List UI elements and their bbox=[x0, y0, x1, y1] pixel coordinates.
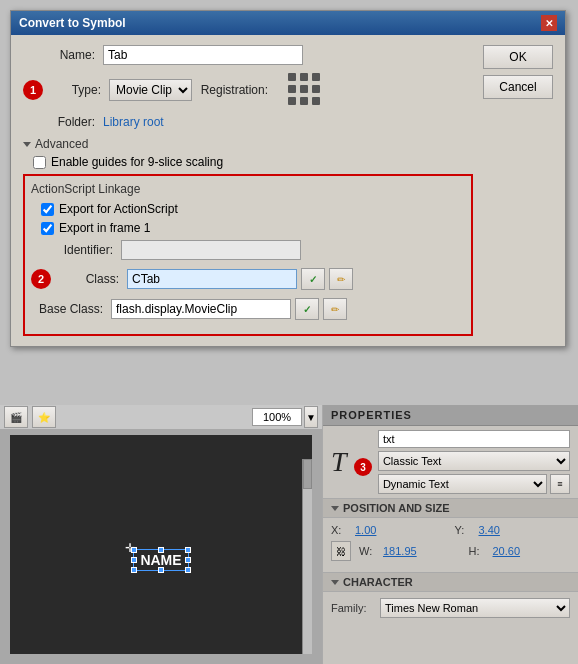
enable-guides-label: Enable guides for 9-slice scaling bbox=[51, 155, 223, 169]
base-class-edit-button[interactable]: ✏ bbox=[323, 298, 347, 320]
text-mode-extra-button[interactable]: ≡ bbox=[550, 474, 570, 494]
dialog-titlebar: Convert to Symbol ✕ bbox=[11, 11, 565, 35]
position-size-header: POSITION AND SIZE bbox=[323, 498, 578, 518]
folder-label: Folder: bbox=[23, 115, 103, 129]
text-selection-box[interactable]: NAME bbox=[133, 549, 188, 571]
scrollbar-thumb bbox=[303, 459, 312, 489]
instance-name-input[interactable] bbox=[378, 430, 570, 448]
zoom-input[interactable] bbox=[252, 408, 302, 426]
type-select[interactable]: Movie Clip Button Graphic bbox=[109, 79, 192, 101]
x-value[interactable]: 1.00 bbox=[355, 524, 376, 536]
dialog-close-button[interactable]: ✕ bbox=[541, 15, 557, 31]
x-group: X: 1.00 bbox=[331, 524, 447, 536]
stage-canvas: ✛ NAME bbox=[10, 435, 312, 654]
zoom-dropdown-button[interactable]: ▼ bbox=[304, 406, 318, 428]
type-label: Type: bbox=[49, 83, 109, 97]
dialog-buttons: OK Cancel bbox=[483, 45, 553, 336]
export-as-row: Export for ActionScript bbox=[31, 202, 465, 216]
step-badge-3: 3 bbox=[354, 458, 372, 476]
base-class-label: Base Class: bbox=[31, 302, 111, 316]
linkage-title: ActionScript Linkage bbox=[31, 182, 465, 196]
registration-grid[interactable] bbox=[288, 73, 322, 107]
star-button[interactable]: ⭐ bbox=[32, 406, 56, 428]
char-triangle-icon bbox=[331, 580, 339, 585]
family-label: Family: bbox=[331, 602, 376, 614]
step-badge-1: 1 bbox=[23, 80, 43, 100]
enable-guides-checkbox[interactable] bbox=[33, 156, 46, 169]
pencil-icon: ✏ bbox=[337, 274, 345, 285]
reg-dot bbox=[288, 73, 296, 81]
export-frame-row: Export in frame 1 bbox=[31, 221, 465, 235]
text-mode-select[interactable]: Dynamic Text Input Text Static Text bbox=[378, 474, 547, 494]
class-edit-button[interactable]: ✏ bbox=[329, 268, 353, 290]
advanced-section[interactable]: Advanced bbox=[23, 137, 473, 151]
stage-scrollbar[interactable] bbox=[302, 459, 312, 654]
type-row: 1 Type: Movie Clip Button Graphic Regist… bbox=[23, 73, 473, 107]
export-as-label: Export for ActionScript bbox=[59, 202, 178, 216]
advanced-label: Advanced bbox=[35, 137, 88, 151]
h-group: H: 20.60 bbox=[469, 545, 571, 557]
name-label: Name: bbox=[23, 48, 103, 62]
handle-bottom-right[interactable] bbox=[185, 567, 191, 573]
properties-panel: PROPERTIES T 3 Classic Text Input Text S… bbox=[322, 405, 578, 664]
instance-fields: Classic Text Input Text Static Text Dyna… bbox=[378, 430, 570, 494]
instance-row: T 3 Classic Text Input Text Static Text … bbox=[323, 426, 578, 498]
dialog-body: Name: 1 Type: Movie Clip Button Graphic … bbox=[11, 35, 565, 346]
name-row: Name: bbox=[23, 45, 473, 65]
y-label: Y: bbox=[455, 524, 475, 536]
as-linkage-section: ActionScript Linkage Export for ActionSc… bbox=[23, 174, 473, 336]
folder-link[interactable]: Library root bbox=[103, 115, 164, 129]
position-size-label: POSITION AND SIZE bbox=[343, 502, 450, 514]
reg-dot bbox=[312, 85, 320, 93]
enable-guides-row: Enable guides for 9-slice scaling bbox=[23, 155, 473, 169]
link-proportions-icon[interactable]: ⛓ bbox=[331, 541, 351, 561]
class-input[interactable] bbox=[127, 269, 297, 289]
character-header: CHARACTER bbox=[323, 572, 578, 592]
handle-top-middle[interactable] bbox=[158, 547, 164, 553]
reg-dot bbox=[288, 97, 296, 105]
dialog-title: Convert to Symbol bbox=[19, 16, 126, 30]
cancel-button[interactable]: Cancel bbox=[483, 75, 553, 99]
text-type-select[interactable]: Classic Text Input Text Static Text bbox=[378, 451, 570, 471]
reg-dot bbox=[300, 73, 308, 81]
base-class-check-button[interactable]: ✓ bbox=[295, 298, 319, 320]
folder-row: Folder: Library root bbox=[23, 115, 473, 129]
handle-bottom-left[interactable] bbox=[131, 567, 137, 573]
bottom-panel: 🎬 ⭐ ▼ ✛ NAME bbox=[0, 405, 578, 664]
handle-top-left[interactable] bbox=[131, 547, 137, 553]
handle-bottom-middle[interactable] bbox=[158, 567, 164, 573]
handle-top-right[interactable] bbox=[185, 547, 191, 553]
film-button[interactable]: 🎬 bbox=[4, 406, 28, 428]
identifier-row: Identifier: bbox=[31, 240, 465, 260]
family-select[interactable]: Times New Roman Arial Helvetica bbox=[380, 598, 570, 618]
h-value[interactable]: 20.60 bbox=[493, 545, 521, 557]
class-row: 2 Class: ✓ ✏ bbox=[31, 268, 465, 290]
t-icon-container: T 3 bbox=[331, 448, 372, 477]
base-class-input-group: ✓ ✏ bbox=[111, 298, 347, 320]
base-check-icon: ✓ bbox=[303, 304, 311, 315]
character-body: Family: Times New Roman Arial Helvetica bbox=[323, 592, 578, 624]
w-value[interactable]: 181.95 bbox=[383, 545, 417, 557]
dynamic-text-row: Dynamic Text Input Text Static Text ≡ bbox=[378, 474, 570, 494]
position-size-body: X: 1.00 Y: 3.40 ⛓ W: 181.95 H: 20.60 bbox=[323, 518, 578, 572]
export-frame-checkbox[interactable] bbox=[41, 222, 54, 235]
identifier-label: Identifier: bbox=[31, 243, 121, 257]
wh-row: ⛓ W: 181.95 H: 20.60 bbox=[331, 541, 570, 561]
class-check-button[interactable]: ✓ bbox=[301, 268, 325, 290]
base-class-input[interactable] bbox=[111, 299, 291, 319]
reg-dot bbox=[312, 97, 320, 105]
text-type-icon: T bbox=[331, 446, 347, 477]
y-value[interactable]: 3.40 bbox=[479, 524, 500, 536]
base-pencil-icon: ✏ bbox=[331, 304, 339, 315]
identifier-input[interactable] bbox=[121, 240, 301, 260]
name-input[interactable] bbox=[103, 45, 303, 65]
reg-dot bbox=[312, 73, 320, 81]
export-as-checkbox[interactable] bbox=[41, 203, 54, 216]
handle-middle-left[interactable] bbox=[131, 557, 137, 563]
chevron-icon: ≡ bbox=[557, 479, 562, 489]
handle-middle-right[interactable] bbox=[185, 557, 191, 563]
zoom-control: ▼ bbox=[252, 406, 318, 428]
ok-button[interactable]: OK bbox=[483, 45, 553, 69]
base-class-row: Base Class: ✓ ✏ bbox=[31, 298, 465, 320]
pos-triangle-icon bbox=[331, 506, 339, 511]
